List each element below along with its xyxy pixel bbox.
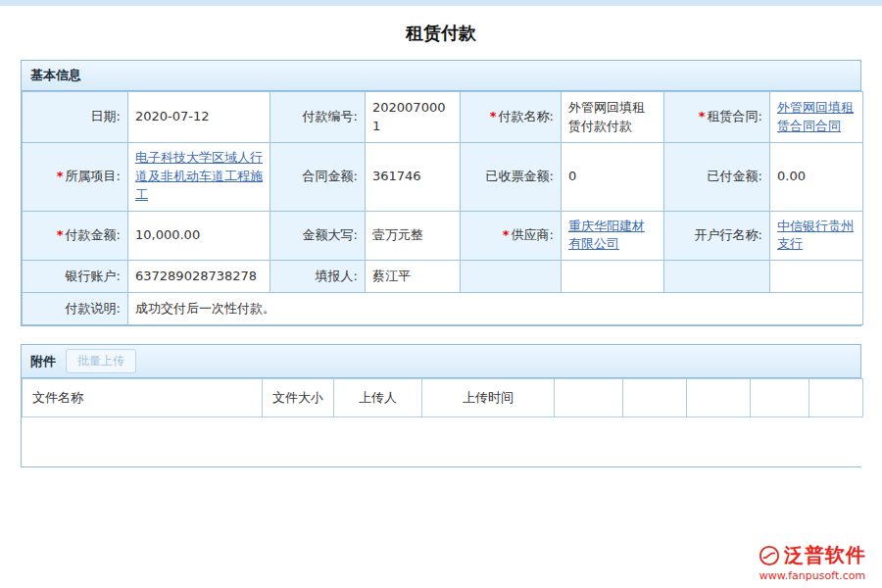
field-label-payment-note: 付款说明: bbox=[23, 293, 128, 325]
field-label-amount-in-words: 金额大写: bbox=[270, 211, 366, 261]
attachments-section: 附件 批量上传 文件名称 文件大小 上传人 上传时间 bbox=[21, 344, 861, 467]
required-mark: * bbox=[57, 169, 64, 183]
field-label-text: 开户行名称: bbox=[695, 227, 762, 242]
field-value-paid-amount: 0.00 bbox=[770, 143, 863, 212]
field-label-text: 金额大写: bbox=[303, 227, 358, 242]
field-value-date: 2020-07-12 bbox=[128, 92, 270, 143]
attachment-col-empty bbox=[751, 379, 809, 417]
attachment-col-empty bbox=[687, 379, 751, 417]
table-row: 日期: 2020-07-12 付款编号: 2020070001 *付款名称: 外… bbox=[23, 92, 863, 143]
field-label-text: 合同金额: bbox=[303, 169, 358, 183]
top-accent-bar bbox=[0, 0, 882, 6]
attachments-table: 文件名称 文件大小 上传人 上传时间 bbox=[22, 378, 863, 466]
field-label-text: 已付金额: bbox=[708, 169, 762, 183]
field-label-invoiced-amount: 已收票金额: bbox=[461, 143, 562, 212]
attachment-col-empty bbox=[809, 379, 863, 417]
required-mark: * bbox=[503, 227, 510, 242]
field-label-payment-amount: *付款金额: bbox=[23, 211, 128, 261]
table-row: 付款说明: 成功交付后一次性付款。 bbox=[23, 293, 863, 325]
field-value-payment-name: 外管网回填租赁付款付款 bbox=[562, 92, 664, 143]
attachment-col-filesize: 文件大小 bbox=[263, 379, 334, 417]
brand-name: 泛普软件 bbox=[784, 542, 866, 568]
field-value-project: 电子科技大学区域人行道及非机动车道工程施工 bbox=[128, 143, 270, 212]
attachments-section-header: 附件 批量上传 bbox=[22, 345, 860, 378]
required-mark: * bbox=[490, 109, 497, 123]
field-label-bank-branch: 开户行名称: bbox=[664, 211, 770, 261]
field-value-contract-amount: 361746 bbox=[366, 143, 461, 212]
page-title: 租赁付款 bbox=[21, 22, 861, 45]
field-value-payment-amount: 10,000.00 bbox=[128, 211, 270, 261]
field-label-payment-no: 付款编号: bbox=[270, 92, 366, 143]
field-label-project: *所属项目: bbox=[23, 143, 128, 212]
attachment-col-uploadtime: 上传时间 bbox=[422, 379, 555, 417]
field-label-text: 付款编号: bbox=[303, 109, 358, 123]
field-label-preparer: 填报人: bbox=[270, 261, 366, 293]
field-label-text: 已收票金额: bbox=[486, 169, 554, 183]
field-label-supplier: *供应商: bbox=[461, 211, 562, 261]
field-value-payment-no: 2020070001 bbox=[366, 92, 461, 143]
fanpu-logo-icon bbox=[759, 545, 780, 566]
table-row: 银行账户: 637289028738278 填报人: 蔡江平 bbox=[23, 261, 863, 293]
supplier-link[interactable]: 重庆华阳建材有限公司 bbox=[568, 219, 645, 252]
field-value-bank-account: 637289028738278 bbox=[128, 261, 270, 293]
field-label-text: 供应商: bbox=[512, 227, 554, 242]
table-row: *所属项目: 电子科技大学区域人行道及非机动车道工程施工 合同金额: 36174… bbox=[23, 143, 863, 212]
field-value-supplier: 重庆华阳建材有限公司 bbox=[562, 211, 664, 261]
attachment-col-empty bbox=[555, 379, 623, 417]
basic-info-section: 基本信息 日期: 2020-07-12 付款编号: 2020070001 *付款… bbox=[21, 60, 861, 326]
attachments-empty-area bbox=[23, 417, 863, 466]
field-label-text: 租赁合同: bbox=[708, 109, 762, 123]
footer-brand: 泛普软件 www.fanpusoft.com bbox=[759, 542, 866, 582]
lease-contract-link[interactable]: 外管网回填租赁合同合同 bbox=[777, 100, 854, 133]
field-label-text: 所属项目: bbox=[66, 169, 121, 183]
attachments-header-row: 文件名称 文件大小 上传人 上传时间 bbox=[23, 379, 863, 417]
field-value-payment-note: 成功交付后一次性付款。 bbox=[128, 293, 863, 325]
basic-info-section-header: 基本信息 bbox=[22, 61, 860, 91]
field-value-amount-in-words: 壹万元整 bbox=[366, 211, 461, 261]
field-label-text: 银行账户: bbox=[66, 269, 121, 283]
batch-upload-button[interactable]: 批量上传 bbox=[66, 349, 136, 373]
field-value-bank-branch: 中信银行贵州支行 bbox=[770, 211, 863, 261]
required-mark: * bbox=[57, 227, 64, 242]
field-label-text: 付款金额: bbox=[66, 227, 121, 242]
attachment-col-empty bbox=[623, 379, 687, 417]
required-mark: * bbox=[699, 109, 706, 123]
field-value-preparer: 蔡江平 bbox=[366, 261, 461, 293]
field-value-invoiced-amount: 0 bbox=[562, 143, 664, 212]
field-value-lease-contract: 外管网回填租赁合同合同 bbox=[770, 92, 863, 143]
field-label-text: 填报人: bbox=[316, 269, 358, 283]
attachments-title: 附件 bbox=[30, 353, 56, 370]
attachment-col-filename: 文件名称 bbox=[23, 379, 263, 417]
field-label-paid-amount: 已付金额: bbox=[664, 143, 770, 212]
brand-row: 泛普软件 bbox=[759, 542, 866, 568]
page-container: 租赁付款 基本信息 日期: 2020-07-12 付款编号: 202007000… bbox=[21, 22, 861, 467]
field-label-empty-2 bbox=[664, 261, 770, 293]
field-label-text: 日期: bbox=[91, 109, 121, 123]
field-value-empty-1 bbox=[562, 261, 664, 293]
field-label-text: 付款名称: bbox=[499, 109, 554, 123]
field-label-payment-name: *付款名称: bbox=[461, 92, 562, 143]
brand-website[interactable]: www.fanpusoft.com bbox=[759, 569, 866, 582]
field-label-date: 日期: bbox=[23, 92, 128, 143]
basic-info-table: 日期: 2020-07-12 付款编号: 2020070001 *付款名称: 外… bbox=[22, 91, 863, 325]
project-link[interactable]: 电子科技大学区域人行道及非机动车道工程施工 bbox=[135, 150, 263, 202]
field-label-empty-1 bbox=[461, 261, 562, 293]
attachment-col-uploader: 上传人 bbox=[334, 379, 422, 417]
table-row: *付款金额: 10,000.00 金额大写: 壹万元整 *供应商: 重庆华阳建材… bbox=[23, 211, 863, 261]
field-label-bank-account: 银行账户: bbox=[23, 261, 128, 293]
attachments-empty-row bbox=[23, 417, 863, 466]
field-label-lease-contract: *租赁合同: bbox=[664, 92, 770, 143]
bank-branch-link[interactable]: 中信银行贵州支行 bbox=[777, 219, 854, 252]
field-label-contract-amount: 合同金额: bbox=[270, 143, 366, 212]
field-value-empty-2 bbox=[770, 261, 863, 293]
